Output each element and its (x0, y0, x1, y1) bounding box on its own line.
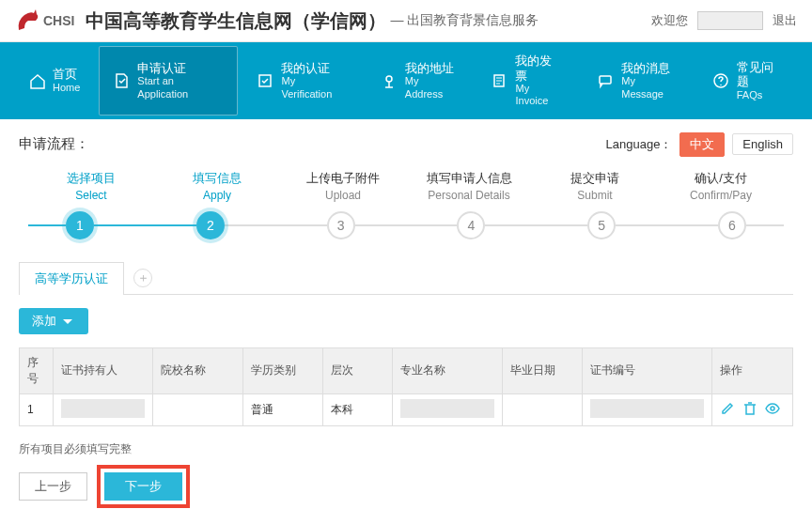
cell-type: 普通 (242, 393, 322, 425)
th-level: 层次 (322, 347, 392, 393)
step-circle-5: 5 (587, 211, 616, 239)
nav-item-apply[interactable]: 申请认证Start an Application (99, 46, 238, 116)
step-circle-6: 6 (718, 211, 746, 239)
delete-icon[interactable] (742, 401, 757, 419)
nav-label-en: FAQs (737, 89, 784, 101)
nav-item-address[interactable]: 我的地址My Address (364, 42, 475, 119)
tab-degree-verification[interactable]: 高等学历认证 (19, 262, 124, 295)
step-label: 上传电子附件Upload (280, 170, 406, 202)
nav-item-invoice[interactable]: 我的发票My Invoice (474, 42, 580, 119)
step-cn: 上传电子附件 (280, 170, 406, 187)
home-icon (28, 72, 45, 89)
button-row: 上一步 下一步 (19, 465, 793, 508)
lang-en-button[interactable]: English (732, 133, 793, 155)
language-label: Language： (606, 136, 673, 153)
step-cn: 选择项目 (28, 170, 154, 187)
th-school: 院校名称 (153, 347, 243, 393)
nav-label-cn: 我的地址 (405, 61, 458, 76)
content: 申请流程： Language： 中文 English 选择项目Select填写信… (0, 119, 812, 509)
step-label: 提交申请Submit (532, 170, 658, 202)
step-circle-2: 2 (196, 211, 225, 239)
th-ops: 操作 (711, 347, 792, 393)
cell-grad (502, 393, 582, 425)
flow-title: 申请流程： (19, 135, 89, 153)
user-name-box (697, 11, 763, 30)
svg-point-1 (386, 76, 392, 82)
nav-label-en: My Message (621, 75, 678, 100)
step-en: Submit (532, 189, 658, 202)
nav-label-en: Home (53, 82, 80, 94)
edit-icon[interactable] (720, 401, 735, 419)
note-text: 所有项目必须填写完整 (19, 441, 793, 457)
next-button-highlight: 下一步 (97, 465, 190, 508)
logout-link[interactable]: 退出 (773, 12, 797, 29)
chevron-down-icon (60, 314, 75, 329)
th-holder: 证书持有人 (54, 347, 153, 393)
plus-icon[interactable]: ＋ (133, 269, 152, 287)
nav-item-message[interactable]: 我的消息My Message (580, 42, 695, 119)
cell-school (153, 393, 243, 425)
step-line-segment (355, 224, 458, 226)
tabs: 高等学历认证 ＋ (19, 262, 793, 295)
cell-idx: 1 (20, 393, 54, 425)
steps-labels: 选择项目Select填写信息Apply上传电子附件Upload填写申请人信息Pe… (19, 170, 793, 202)
logo-text: CHSI (43, 13, 74, 28)
flow-header: 申请流程： Language： 中文 English (19, 132, 793, 157)
nav-label-en: My Invoice (515, 83, 563, 107)
language-switch: Language： 中文 English (606, 132, 793, 157)
bird-icon (15, 8, 39, 34)
step-line-segment (616, 224, 718, 226)
lang-cn-button[interactable]: 中文 (679, 132, 725, 157)
step-line-segment (28, 224, 66, 226)
step-line-segment (746, 224, 784, 226)
th-major: 专业名称 (393, 347, 503, 393)
next-button[interactable]: 下一步 (104, 472, 182, 501)
step-label: 填写信息Apply (154, 170, 280, 202)
nav-label-cn: 我的认证 (281, 61, 346, 76)
step-cn: 提交申请 (532, 170, 658, 187)
nav-label-en: Start an Application (137, 75, 224, 100)
step-en: Select (28, 189, 154, 202)
welcome-label: 欢迎您 (651, 12, 688, 29)
step-label: 填写申请人信息Personal Details (406, 170, 532, 202)
view-icon[interactable] (765, 401, 780, 419)
nav-item-verify[interactable]: 我的认证My Verification (240, 42, 363, 119)
step-circle-4: 4 (457, 211, 485, 239)
cell-level: 本科 (322, 393, 392, 425)
nav-label-cn: 申请认证 (137, 61, 224, 76)
address-icon (381, 72, 398, 89)
step-label: 选择项目Select (28, 170, 154, 202)
prev-button[interactable]: 上一步 (19, 472, 87, 501)
nav-label-cn: 常见问题 (737, 60, 784, 89)
step-cn: 填写信息 (154, 170, 280, 187)
table-row: 1 普通 本科 (20, 393, 793, 425)
cell-holder (61, 399, 145, 418)
main-nav: 首页Home申请认证Start an Application我的认证My Ver… (0, 42, 812, 119)
nav-label-cn: 我的消息 (621, 61, 678, 76)
steps-line: 123456 (28, 211, 784, 239)
header: CHSI 中国高等教育学生信息网（学信网） — 出国教育背景信息服务 欢迎您 退… (0, 0, 812, 42)
step-line-segment (94, 224, 196, 226)
logo[interactable]: CHSI (15, 8, 74, 34)
add-button[interactable]: 添加 (19, 308, 88, 334)
th-idx: 序号 (20, 347, 54, 393)
step-cn: 填写申请人信息 (406, 170, 532, 187)
svg-point-5 (771, 407, 774, 410)
add-button-label: 添加 (32, 313, 56, 330)
step-en: Personal Details (406, 189, 532, 202)
th-cert: 证书编号 (582, 347, 711, 393)
faq-icon (712, 72, 729, 89)
step-en: Confirm/Pay (658, 189, 784, 202)
cell-cert (590, 399, 704, 418)
nav-label-cn: 我的发票 (515, 54, 563, 83)
step-cn: 确认/支付 (658, 170, 784, 187)
nav-item-faq[interactable]: 常见问题FAQs (695, 42, 801, 119)
nav-item-home[interactable]: 首页Home (11, 42, 97, 119)
apply-icon (113, 72, 130, 89)
header-right: 欢迎您 退出 (651, 11, 797, 30)
site-subtitle: — 出国教育背景信息服务 (390, 12, 539, 29)
nav-label-en: My Verification (281, 75, 346, 100)
th-type: 学历类别 (242, 347, 322, 393)
step-circle-1: 1 (66, 211, 94, 239)
verify-icon (257, 72, 273, 89)
